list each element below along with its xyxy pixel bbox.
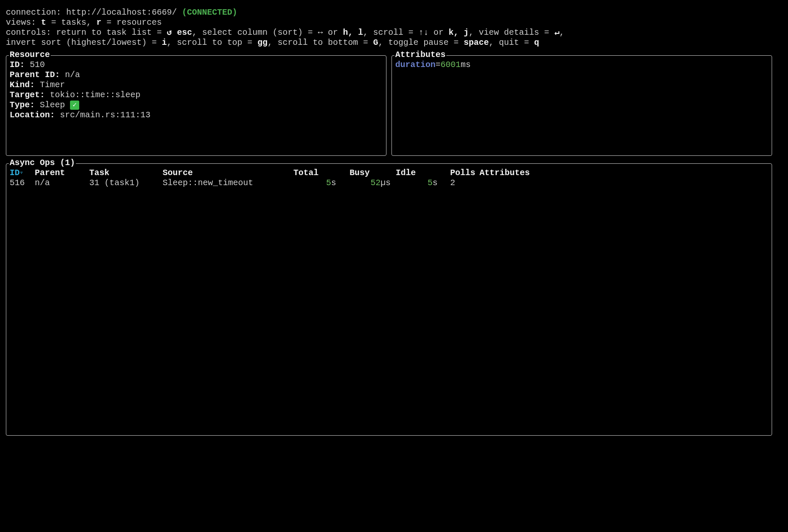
gg-key: gg [257, 38, 267, 47]
space-key: space [464, 38, 489, 47]
attr-key: duration [395, 60, 435, 70]
resource-panel: Resource ID: 510 Parent ID: n/a Kind: Ti… [6, 55, 386, 156]
controls-line-1: controls: return to task list = ↺ esc, s… [6, 28, 782, 38]
target-value: tokio::time::sleep [50, 90, 140, 100]
views-t-key: t [41, 18, 46, 27]
id-label: ID: [10, 60, 25, 70]
g-key: G [373, 38, 378, 47]
async-ops-table: ID▿ Parent Task Source Total Busy Idle P… [10, 168, 768, 188]
col-polls-header[interactable]: Polls [438, 168, 480, 178]
resource-panel-title: Resource [9, 50, 51, 60]
resource-type-line: Type: Sleep ✓ [10, 100, 383, 110]
hl-keys: h, l [343, 28, 363, 37]
table-row[interactable]: 516 n/a 31 (task1) Sleep::new_timeout 5s… [10, 178, 768, 188]
col-id-header[interactable]: ID▿ [10, 168, 35, 178]
left-right-icon: ↔ [318, 28, 323, 38]
controls-sort: , select column (sort) = [192, 28, 318, 37]
col-busy-header[interactable]: Busy [336, 168, 391, 178]
cell-idle: 5s [391, 178, 438, 188]
kj-keys: k, j [448, 28, 469, 37]
id-sort-label: ID [10, 168, 20, 178]
controls-scroll: , scroll = [363, 28, 418, 37]
connection-url: http://localhost:6669/ [66, 8, 177, 17]
cell-attrs [480, 178, 768, 188]
type-value: Sleep [40, 100, 65, 110]
col-attrs-header[interactable]: Attributes [480, 168, 768, 178]
col-task-header[interactable]: Task [89, 168, 163, 178]
or1: or [323, 28, 343, 37]
esc-key: esc [177, 28, 192, 37]
col-total-header[interactable]: Total [290, 168, 336, 178]
q-key: q [534, 38, 539, 47]
resource-location-line: Location: src/main.rs:111:13 [10, 110, 383, 120]
cell-total: 5s [290, 178, 336, 188]
kind-label: Kind: [10, 80, 35, 90]
parent-value: n/a [65, 70, 80, 80]
panels-row: Resource ID: 510 Parent ID: n/a Kind: Ti… [6, 51, 782, 156]
resource-id-line: ID: 510 [10, 60, 383, 70]
controls-top: , scroll to top = [167, 38, 257, 47]
controls-bottom: , scroll to bottom = [267, 38, 373, 47]
attribute-duration-line: duration=6001ms [395, 60, 768, 70]
controls-label: controls: [6, 28, 56, 37]
connection-line: connection: http://localhost:6669/ (CONN… [6, 8, 782, 18]
id-value: 510 [30, 60, 45, 70]
sort-descending-icon: ▿ [20, 169, 23, 176]
parent-label: Parent ID: [10, 70, 60, 80]
views-t-desc: = tasks, [46, 18, 96, 27]
col-source-header[interactable]: Source [163, 168, 290, 178]
table-header-row: ID▿ Parent Task Source Total Busy Idle P… [10, 168, 768, 178]
controls-line-2: invert sort (highest/lowest) = i, scroll… [6, 38, 782, 48]
views-line: views: t = tasks, r = resources [6, 18, 782, 28]
connection-label: connection: [6, 8, 66, 17]
async-ops-panel-title: Async Ops (1) [9, 158, 76, 168]
controls-invert: invert sort (highest/lowest) = [6, 38, 162, 47]
or2: or [428, 28, 448, 37]
return-icon: ↺ [167, 28, 172, 38]
check-icon: ✓ [70, 101, 79, 110]
cell-id: 516 [10, 178, 35, 188]
controls-view: , view details = [469, 28, 554, 37]
resource-parent-line: Parent ID: n/a [10, 70, 383, 80]
target-label: Target: [10, 90, 45, 100]
views-r-key: r [96, 18, 101, 27]
attr-value: 6001 [441, 60, 461, 70]
controls-quit: , quit = [489, 38, 534, 47]
type-label: Type: [10, 100, 35, 110]
cell-parent: n/a [35, 178, 89, 188]
cell-busy: 52µs [336, 178, 391, 188]
i-key: i [162, 38, 167, 47]
resource-kind-line: Kind: Timer [10, 80, 383, 90]
col-idle-header[interactable]: Idle [391, 168, 438, 178]
attributes-panel-title: Attributes [394, 50, 446, 60]
attr-eq: = [435, 60, 441, 70]
up-down-icon: ↑↓ [418, 28, 428, 38]
connection-status: (CONNECTED) [182, 8, 237, 17]
kind-value: Timer [40, 80, 65, 90]
async-ops-panel: Async Ops (1) ID▿ Parent Task Source Tot… [6, 163, 772, 436]
views-r-desc: = resources [101, 18, 162, 27]
cell-source: Sleep::new_timeout [163, 178, 290, 188]
location-value: src/main.rs:111:13 [60, 110, 150, 120]
views-label: views: [6, 18, 41, 27]
attr-unit: ms [461, 60, 471, 70]
comma: , [559, 28, 564, 37]
col-parent-header[interactable]: Parent [35, 168, 89, 178]
enter-icon: ↵ [554, 28, 559, 38]
location-label: Location: [10, 110, 55, 120]
attributes-panel: Attributes duration=6001ms [391, 55, 772, 156]
cell-polls: 2 [438, 178, 480, 188]
resource-target-line: Target: tokio::time::sleep [10, 90, 383, 100]
cell-task: 31 (task1) [89, 178, 163, 188]
controls-pause: , toggle pause = [378, 38, 464, 47]
controls-return: return to task list = [56, 28, 167, 37]
